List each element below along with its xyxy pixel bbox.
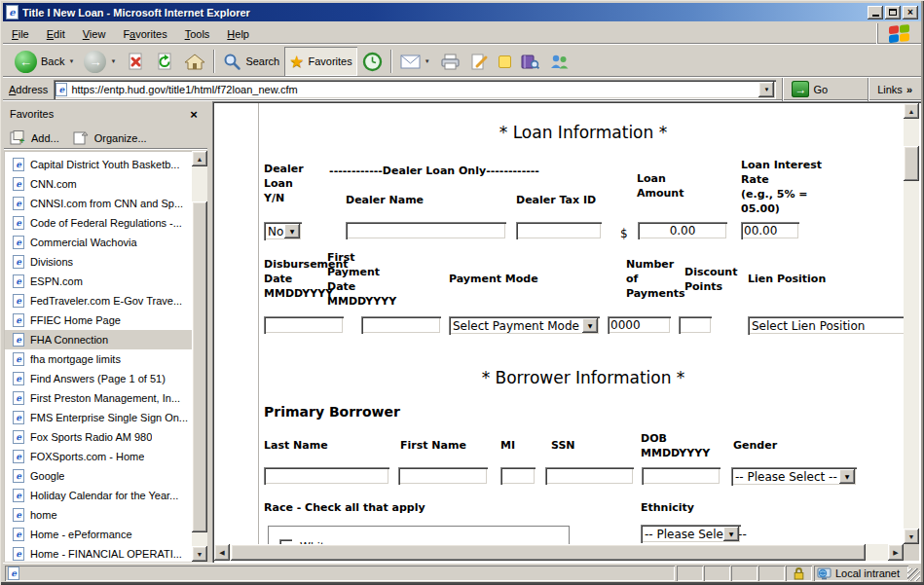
edit-button[interactable]	[465, 47, 494, 76]
scrollbar-thumb[interactable]	[231, 544, 866, 561]
favorite-item[interactable]: eFFIEC Home Page	[5, 311, 192, 330]
organize-favorites-button[interactable]: Organize...	[73, 130, 147, 145]
address-dropdown-button[interactable]: ▼	[758, 82, 774, 97]
research-button[interactable]	[516, 47, 544, 76]
scrollbar-thumb[interactable]	[904, 146, 919, 181]
loan-amount-input[interactable]	[638, 222, 727, 239]
scroll-left-button[interactable]: ◀	[214, 544, 230, 561]
dob-input[interactable]	[642, 467, 721, 485]
lien-position-select[interactable]: Select Lien Position ▼	[748, 316, 904, 335]
forward-button[interactable]: → ▼	[79, 47, 121, 76]
favorites-button[interactable]: ★ Favorites	[284, 47, 357, 76]
maximize-button[interactable]	[885, 6, 901, 19]
favorite-item[interactable]: eESPN.com	[5, 272, 192, 291]
favorite-item[interactable]: eHome - ePeformance	[5, 525, 192, 544]
scroll-up-button[interactable]: ▲	[192, 151, 207, 166]
scroll-right-button[interactable]: ▶	[888, 544, 904, 561]
number-of-payments-label: Number of Payments	[626, 257, 685, 301]
favorite-item-selected[interactable]: eFHA Connection	[5, 330, 192, 349]
status-pane	[704, 566, 730, 581]
favorite-item[interactable]: eHoliday Calendar for the Year...	[5, 486, 192, 505]
race-options-box: White	[268, 526, 570, 544]
address-url: https://entp.hud.gov/title1/html/f72loan…	[71, 84, 776, 95]
go-button[interactable]: → Go	[787, 79, 832, 100]
scroll-up-button[interactable]: ▲	[904, 103, 919, 119]
messenger-button[interactable]	[544, 47, 574, 76]
favorites-close-button[interactable]: ×	[186, 107, 202, 122]
loan-info-heading: * Loan Information *	[258, 123, 904, 142]
toolbar-separator	[390, 50, 392, 73]
favorite-item[interactable]: eDivisions	[5, 252, 192, 272]
number-of-payments-input[interactable]	[608, 316, 671, 334]
search-button[interactable]: Search	[218, 47, 284, 76]
content-horizontal-scrollbar[interactable]: ◀ ▶	[214, 544, 904, 561]
first-name-input[interactable]	[398, 467, 488, 485]
title-bar[interactable]: e Title I New Loan - Microsoft Internet …	[3, 3, 921, 21]
favorite-item[interactable]: eFox Sports Radio AM 980	[5, 427, 192, 447]
payment-mode-select[interactable]: Select Payment Mode ▼	[449, 316, 600, 335]
favorite-item[interactable]: eFOXSports.com - Home	[5, 447, 192, 466]
dealer-name-input[interactable]	[346, 222, 506, 239]
disbursement-date-input[interactable]	[264, 316, 344, 334]
add-favorite-button[interactable]: + Add...	[10, 130, 59, 145]
favorite-item[interactable]: eFind Answers (Page 1 of 51)	[5, 369, 192, 388]
ie-page-icon: e	[13, 411, 24, 424]
favorite-item[interactable]: efha mortgage limits	[5, 349, 192, 369]
ie-page-icon: e	[13, 236, 24, 249]
loan-interest-rate-label: Loan Interest Rate (e.g., 5% = 05.00)	[741, 158, 822, 216]
refresh-button[interactable]	[150, 47, 179, 76]
scrollbar-thumb[interactable]	[192, 201, 207, 532]
menu-favorites[interactable]: Favorites	[114, 25, 175, 43]
favorite-item[interactable]: ehome	[5, 505, 192, 525]
mi-input[interactable]	[500, 467, 536, 485]
history-button[interactable]	[357, 47, 388, 76]
dealer-tax-id-input[interactable]	[516, 222, 602, 239]
favorite-item[interactable]: eCode of Federal Regulations -...	[5, 213, 192, 233]
discount-points-input[interactable]	[679, 316, 712, 334]
standard-toolbar: ← Back ▼ → ▼ Search ★ Favorites	[3, 46, 921, 78]
favorite-item[interactable]: eGoogle	[5, 466, 192, 486]
favorite-item[interactable]: eCNN.com	[5, 174, 192, 194]
content-vertical-scrollbar[interactable]: ▲ ▼	[904, 103, 919, 544]
address-input[interactable]: e https://entp.hud.gov/title1/html/f72lo…	[54, 80, 776, 99]
favorites-sidebar: Favorites × + Add... Organize... eCapita…	[3, 101, 209, 563]
scroll-down-button[interactable]: ▼	[904, 529, 919, 544]
favorite-item[interactable]: eCommercial Wachovia	[5, 233, 192, 252]
stop-button[interactable]	[121, 47, 150, 76]
dealer-loan-yn-select[interactable]: No ▼	[264, 222, 302, 240]
ie-page-icon: e	[13, 158, 24, 171]
ethnicity-select[interactable]: -- Please Select -- ▼	[641, 525, 741, 543]
back-button[interactable]: ← Back ▼	[10, 47, 79, 76]
links-button[interactable]: Links »	[872, 79, 917, 100]
ie-page-icon: e	[13, 294, 24, 308]
home-button[interactable]	[179, 47, 210, 76]
discuss-button[interactable]	[494, 47, 516, 76]
lock-icon	[793, 567, 805, 580]
menu-view[interactable]: View	[74, 25, 115, 43]
status-pane	[677, 566, 703, 581]
minimize-button[interactable]	[868, 6, 883, 19]
favorite-item[interactable]: eHome - FINANCIAL OPERATI...	[5, 544, 192, 562]
resize-grip[interactable]	[907, 568, 920, 581]
favorites-star-icon: ★	[289, 54, 304, 70]
gender-select[interactable]: -- Please Select -- ▼	[731, 467, 857, 486]
favorite-item[interactable]: eFMS Enterprise Single Sign On...	[5, 408, 192, 427]
favorite-item[interactable]: eFirst Preston Management, In...	[5, 388, 192, 408]
favorites-scrollbar[interactable]: ▲ ▼	[192, 151, 207, 562]
menu-edit[interactable]: Edit	[38, 25, 74, 43]
menu-help[interactable]: Help	[218, 25, 258, 43]
ssn-input[interactable]	[545, 467, 634, 485]
toolbar-separator	[782, 78, 784, 101]
scroll-down-button[interactable]: ▼	[192, 546, 207, 562]
menu-file[interactable]: File	[3, 25, 38, 43]
print-button[interactable]	[435, 47, 465, 76]
loan-interest-rate-input[interactable]	[741, 222, 799, 239]
close-button[interactable]: ×	[903, 6, 918, 19]
menu-tools[interactable]: Tools	[176, 25, 219, 43]
favorite-item[interactable]: eFedTraveler.com E-Gov Trave...	[5, 291, 192, 311]
mail-button[interactable]: ▼	[395, 47, 435, 76]
favorite-item[interactable]: eCNNSI.com from CNN and Sp...	[5, 194, 192, 213]
first-payment-date-input[interactable]	[361, 316, 441, 334]
favorite-item[interactable]: eCapital District Youth Basketb...	[5, 155, 192, 174]
last-name-input[interactable]	[264, 467, 389, 485]
